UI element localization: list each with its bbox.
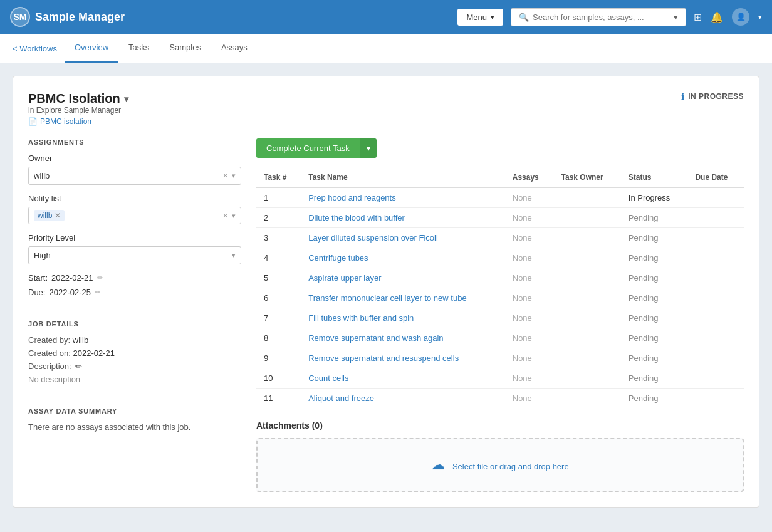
owner-clear-icon[interactable]: ✕ — [222, 172, 228, 180]
task-link[interactable]: Aspirate upper layer — [308, 273, 381, 283]
tab-overview[interactable]: Overview — [65, 34, 118, 63]
notify-dropdown-icon[interactable]: ▾ — [232, 212, 236, 220]
workflows-link[interactable]: < Workflows — [13, 35, 57, 62]
owner-label: Owner — [28, 154, 241, 163]
task-owner — [554, 368, 621, 389]
grid-icon[interactable]: ⊞ — [694, 11, 702, 23]
search-dropdown-icon[interactable]: ▾ — [674, 13, 678, 22]
brand-area: SM Sample Manager — [10, 7, 450, 27]
start-label: Start: — [28, 273, 48, 283]
status-badge-area: ℹ IN PROGRESS — [681, 91, 744, 102]
created-by-row: Created by: willb — [28, 335, 241, 345]
notify-clear-icon[interactable]: ✕ — [222, 212, 228, 220]
description-edit-icon[interactable]: ✏ — [75, 362, 82, 371]
drop-text[interactable]: Select file or drag and drop here — [452, 462, 569, 471]
bell-icon[interactable]: 🔔 — [711, 11, 723, 23]
table-row: 2 Dilute the blood with buffer None Pend… — [256, 208, 744, 228]
table-row: 7 Fill tubes with buffer and spin None P… — [256, 308, 744, 328]
task-link[interactable]: Prep hood and reagents — [308, 193, 396, 202]
complete-btn-wrap: Complete Current Task ▾ — [256, 138, 377, 158]
search-bar[interactable]: 🔍 ▾ — [511, 8, 686, 26]
task-link[interactable]: Remove supernatant and wash again — [308, 333, 443, 343]
task-num: 9 — [256, 348, 301, 368]
table-row: 10 Count cells None Pending — [256, 368, 744, 389]
task-link[interactable]: Dilute the blood with buffer — [308, 213, 405, 222]
task-link[interactable]: Fill tubes with buffer and spin — [308, 313, 414, 323]
task-num: 10 — [256, 368, 301, 389]
task-name: Count cells — [301, 368, 505, 389]
task-link[interactable]: Remove supernatant and resuspend cells — [308, 353, 459, 363]
task-link[interactable]: Count cells — [308, 373, 348, 383]
job-subtext: in Explore Sample Manager — [28, 106, 128, 115]
job-link[interactable]: 📄 PBMC isolation — [28, 117, 128, 126]
task-assays: None — [505, 348, 554, 368]
task-assays: None — [505, 228, 554, 248]
assay-no-data-text: There are no assays associated with this… — [28, 422, 241, 432]
task-owner — [554, 308, 621, 328]
task-owner — [554, 208, 621, 228]
task-name: Centrifuge tubes — [301, 248, 505, 268]
start-date-row: Start: 2022-02-21 ✏ — [28, 273, 241, 283]
task-due-date — [687, 268, 744, 288]
menu-button[interactable]: Menu — [457, 9, 503, 26]
created-on-label: Created on: — [28, 348, 71, 358]
priority-dropdown-icon[interactable]: ▾ — [232, 251, 236, 259]
title-chevron-icon[interactable]: ▾ — [124, 94, 128, 104]
table-row: 3 Layer diluted suspension over Ficoll N… — [256, 228, 744, 248]
drop-zone[interactable]: ☁ Select file or drag and drop here — [256, 438, 744, 492]
notify-tag: willb ✕ — [34, 210, 65, 221]
task-link[interactable]: Layer diluted suspension over Ficoll — [308, 233, 438, 243]
description-label: Description: — [28, 362, 71, 371]
task-assays: None — [505, 248, 554, 268]
complete-btn-row: Complete Current Task ▾ — [256, 138, 744, 158]
task-link[interactable]: Aliquot and freeze — [308, 394, 374, 403]
search-input[interactable] — [533, 13, 670, 22]
created-by-value: willb — [73, 335, 88, 345]
left-column: ASSIGNMENTS Owner willb ✕ ▾ Notify list — [28, 138, 241, 492]
task-num: 8 — [256, 328, 301, 348]
tag-remove-icon[interactable]: ✕ — [55, 211, 61, 220]
task-due-date — [687, 187, 744, 208]
avatar[interactable]: 👤 — [732, 8, 749, 26]
priority-controls: ▾ — [232, 251, 236, 259]
task-name: Dilute the blood with buffer — [301, 208, 505, 228]
owner-select[interactable]: willb ✕ ▾ — [28, 167, 241, 185]
tab-assays[interactable]: Assays — [211, 34, 258, 63]
task-status: In Progress — [621, 187, 688, 208]
col-due-date: Due Date — [687, 168, 744, 187]
col-task-name: Task Name — [301, 168, 505, 187]
tab-samples[interactable]: Samples — [159, 34, 211, 63]
task-status: Pending — [621, 228, 688, 248]
task-assays: None — [505, 187, 554, 208]
nav-icons: ⊞ 🔔 👤 ▾ — [694, 8, 762, 26]
due-value: 2022-02-25 — [49, 288, 91, 297]
due-label: Due: — [28, 288, 45, 297]
complete-btn-dropdown[interactable]: ▾ — [360, 138, 377, 158]
notify-input[interactable]: willb ✕ ✕ ▾ — [28, 207, 241, 224]
top-navigation: SM Sample Manager Menu 🔍 ▾ ⊞ 🔔 👤 ▾ — [0, 0, 772, 34]
task-status: Pending — [621, 368, 688, 389]
owner-field: Owner willb ✕ ▾ — [28, 154, 241, 185]
attachments-title: Attachments (0) — [256, 420, 744, 430]
start-edit-icon[interactable]: ✏ — [97, 274, 103, 282]
task-link[interactable]: Centrifuge tubes — [308, 253, 368, 263]
priority-field: Priority Level High ▾ — [28, 233, 241, 264]
task-status: Pending — [621, 248, 688, 268]
tab-tasks[interactable]: Tasks — [118, 34, 159, 63]
task-num: 6 — [256, 288, 301, 308]
avatar-chevron[interactable]: ▾ — [758, 13, 762, 21]
complete-current-task-button[interactable]: Complete Current Task — [256, 138, 360, 158]
owner-dropdown-icon[interactable]: ▾ — [232, 172, 236, 180]
table-row: 4 Centrifuge tubes None Pending — [256, 248, 744, 268]
task-link[interactable]: Transfer mononuclear cell layer to new t… — [308, 293, 466, 303]
due-edit-icon[interactable]: ✏ — [95, 288, 100, 296]
brand-logo: SM — [10, 7, 30, 27]
table-row: 6 Transfer mononuclear cell layer to new… — [256, 288, 744, 308]
task-num: 11 — [256, 389, 301, 409]
col-task-num: Task # — [256, 168, 301, 187]
task-due-date — [687, 389, 744, 409]
job-details-section: JOB DETAILS Created by: willb Created on… — [28, 310, 241, 384]
priority-select[interactable]: High ▾ — [28, 246, 241, 264]
job-header: PBMC Isolation ▾ in Explore Sample Manag… — [28, 91, 744, 126]
task-owner — [554, 389, 621, 409]
